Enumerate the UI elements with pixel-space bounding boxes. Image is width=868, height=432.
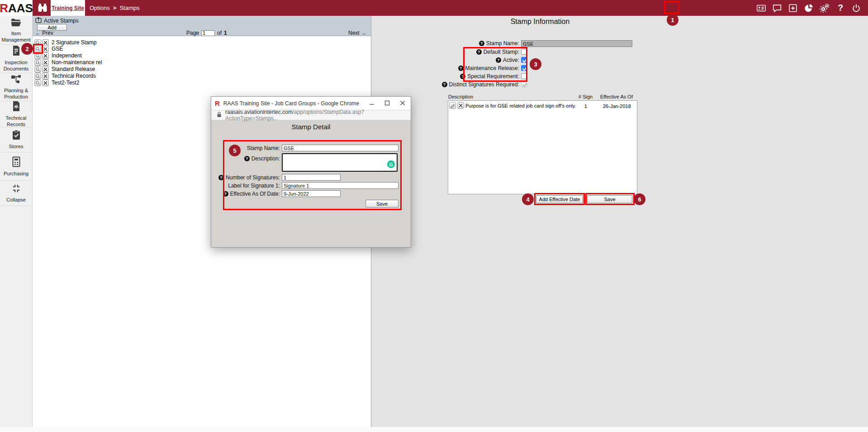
annotation-3: 3 [530,58,541,70]
description-column-header: Description [448,94,473,99]
edit-pencil-icon[interactable] [449,102,456,109]
clipboard-check-icon [12,130,21,142]
magnifier-icon[interactable] [34,73,41,80]
close-icon[interactable] [400,99,405,108]
sidebar-item-technical-records[interactable]: Technical Records [0,101,32,127]
inspection-document-icon [11,45,21,58]
annotation-5: 5 [229,145,241,156]
logo-rest: AAS [8,1,33,15]
annotation-4: 4 [522,193,534,205]
effective-cell: 26-Jan-2018 [603,103,631,109]
description-table-row: Purpose is for GSE related job card sign… [449,102,576,109]
delete-x-icon[interactable] [42,80,49,86]
planning-network-icon [11,74,22,86]
add-window-icon[interactable] [787,2,798,14]
stamp-row: Test2-Test2 [34,79,79,86]
stamp-name[interactable]: Non-maintenance rel [52,59,102,66]
sidebar-item-purchasing[interactable]: Purchasing [0,153,32,181]
highlight-box-add-effective-date [534,193,585,205]
sidebar-item-label: Stores [9,144,24,150]
raas-favicon: R [215,99,220,107]
delete-x-icon[interactable] [42,46,49,52]
stamps-toolbar: Active Stamps Add ← Prev Page of 1 Next … [33,16,371,36]
sidebar-item-label: Purchasing [4,171,28,177]
go-up-level-icon[interactable] [35,17,42,24]
distinct-signatures-label: Distinct Signatures Required: [449,81,519,88]
breadcrumb-section: Options [90,5,110,11]
stamp-name[interactable]: GSE [52,46,63,52]
stamp-name[interactable]: Test2-Test2 [52,80,79,86]
annotation-1: 1 [667,14,678,26]
delete-x-icon[interactable] [42,52,49,59]
delete-x-icon[interactable] [42,59,49,66]
annotation-6: 6 [634,193,645,205]
stamp-name-label: Stamp Name: [486,40,519,47]
sidebar-item-label: Technical Records [1,115,31,128]
breadcrumb-page: Stamps [119,5,139,11]
next-page-link[interactable]: Next → [348,30,366,36]
url-domain: raasais.aviationintertec.com [225,109,293,115]
collapse-icon [11,183,21,195]
maximize-icon[interactable] [384,99,390,108]
stamp-name[interactable]: 2 Signature Stamp [52,39,96,46]
delete-x-icon[interactable] [42,66,49,73]
help-icon[interactable] [479,41,484,46]
sidebar-item-label: Collapse [6,197,26,203]
chat-icon[interactable] [772,2,783,14]
highlight-box-gse-magnifier [33,44,43,54]
sidebar-item-item-management[interactable]: Item Management [0,16,32,45]
pie-chart-icon[interactable] [803,2,814,14]
delete-x-icon[interactable] [457,102,464,109]
stamp-row: Standard Release [34,66,95,73]
sidebar-item-label: Inspection Documents [1,60,31,72]
logo-letter-r: R [0,1,8,15]
breadcrumb: Options > Stamps [90,0,139,16]
sidebar-item-stores[interactable]: Stores [0,127,32,153]
sign-cell: 1 [584,103,587,109]
stamp-information-title: Stamp Information [371,18,709,26]
page-number-input[interactable] [201,30,215,36]
effective-column-header: Effective As Of [600,94,633,99]
window-title-bar[interactable]: R RAAS Training Site - Job Card Groups -… [211,97,411,110]
sidebar-item-planning-production[interactable]: Planning & Production [0,73,32,101]
highlight-box-settings [664,1,679,14]
address-bar[interactable]: raasais.aviationintertec.com/app/options… [211,110,411,120]
distinct-signatures-checkbox [521,81,527,87]
help-icon[interactable] [458,66,464,71]
stamp-name-readonly-input [521,40,632,47]
id-card-icon[interactable] [756,2,767,14]
calculator-icon [12,156,21,169]
stamp-name[interactable]: Independent [52,52,82,59]
power-logout-icon[interactable] [851,2,862,14]
tab-training-site[interactable]: Training Site [51,0,85,16]
magnifier-icon[interactable] [34,80,41,86]
raas-logo[interactable]: RAAS [0,0,33,16]
sign-column-header: # Sign [579,94,593,99]
magnifier-icon[interactable] [34,66,41,73]
binoculars-search-icon[interactable] [37,3,48,14]
description-cell: Purpose is for GSE related job card sign… [465,103,576,108]
settings-gears-icon[interactable] [819,2,830,14]
highlight-box-save [585,193,635,205]
minimize-icon[interactable] [369,99,375,108]
delete-x-icon[interactable] [42,73,49,80]
stamp-name[interactable]: Technical Records [52,73,96,79]
sidebar-collapse-button[interactable]: Collapse [0,181,32,206]
window-title: RAAS Training Site - Job Card Groups - G… [223,100,365,107]
panel-title: Active Stamps [44,18,79,24]
lock-icon [217,112,222,119]
breadcrumb-separator: > [113,5,117,11]
annotation-2: 2 [21,43,33,55]
highlight-box-checkboxes [463,47,527,82]
help-icon[interactable] [442,82,447,87]
folder-open-icon [10,17,22,29]
of-label: of [217,30,222,36]
help-icon[interactable]: ? [835,2,846,14]
top-navigation-bar: RAAS Training Site Options > Stamps [0,0,868,16]
page-total: 1 [224,30,227,36]
prev-page-link[interactable]: ← Prev [35,30,53,36]
sidebar-item-label: Planning & Production [1,88,31,100]
stamp-row: Non-maintenance rel [34,59,102,66]
stamp-name[interactable]: Standard Release [52,66,95,72]
magnifier-icon[interactable] [34,59,41,66]
